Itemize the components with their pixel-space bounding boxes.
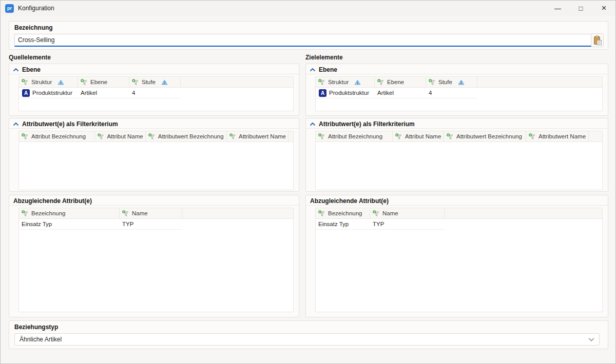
column-header-attribut-name[interactable]: Attribut Name: [393, 131, 444, 141]
filter-icon[interactable]: [229, 133, 236, 140]
filter-icon[interactable]: [377, 79, 384, 86]
column-label: Attributwert Name: [538, 133, 586, 139]
table-row[interactable]: Einsatz Typ TYP: [19, 219, 182, 230]
column-header-bezeichnung[interactable]: Bezeichnung: [316, 208, 370, 218]
filter-icon[interactable]: [148, 133, 156, 140]
table-header-row: Attribut Bezeichnung Attribut Name Attri…: [19, 131, 293, 142]
cell-stufe: 4: [429, 90, 432, 96]
source-match-header: Abzugleichende Attribut(e): [9, 195, 299, 206]
bezeichnung-input[interactable]: [14, 34, 592, 47]
source-match-section: Abzugleichende Attribut(e) Bezeichnung N…: [9, 195, 299, 317]
minimize-button[interactable]: —: [546, 1, 569, 16]
target-filter-section: Attributwert(e) als Filterkriterium Attr…: [305, 118, 608, 192]
beziehungstyp-label: Beziehungstyp: [14, 323, 58, 331]
column-header-attributwert-name[interactable]: Attributwert Name: [526, 131, 589, 141]
svg-text:1: 1: [357, 80, 359, 85]
column-header-attribut-bezeichnung[interactable]: Attribut Bezeichnung: [316, 131, 393, 141]
column-header-stufe[interactable]: Stufe 2: [129, 77, 181, 87]
column-header-filler: [182, 208, 293, 218]
target-match-section: Abzugleichende Attribut(e) Bezeichnung N…: [305, 195, 608, 317]
svg-text:2: 2: [163, 80, 166, 85]
target-ebene-table: Struktur 1 Ebene Stufe 2: [315, 76, 603, 111]
column-header-ebene[interactable]: Ebene: [375, 77, 426, 87]
table-header-row: Bezeichnung Name: [316, 208, 602, 219]
cell-bezeichnung: Einsatz Typ: [22, 221, 52, 227]
column-header-attributwert-bezeichnung[interactable]: Attributwert Bezeichnung: [146, 131, 227, 141]
chevron-down-icon[interactable]: [588, 337, 594, 342]
source-ebene-table: Struktur 1 Ebene Stufe 2: [18, 76, 294, 111]
table-row[interactable]: Einsatz Typ TYP: [316, 219, 445, 230]
collapse-icon[interactable]: [310, 122, 315, 126]
filter-icon[interactable]: [318, 210, 325, 217]
column-header-attributwert-bezeichnung[interactable]: Attributwert Bezeichnung: [444, 131, 526, 141]
source-panel: Quellelemente Ebene Struktur 1: [9, 54, 299, 317]
table-header-row: Bezeichnung Name: [19, 208, 293, 219]
column-label: Bezeichnung: [328, 210, 362, 216]
structure-type-icon: A: [22, 89, 30, 97]
cell-name: TYP: [122, 221, 133, 227]
column-label: Attribut Bezeichnung: [328, 133, 382, 139]
paste-button[interactable]: [591, 33, 604, 47]
window-controls: — □ ×: [546, 1, 615, 16]
source-filter-title: Attributwert(e) als Filterkriterium: [22, 120, 118, 128]
column-header-bezeichnung[interactable]: Bezeichnung: [19, 208, 120, 218]
filter-icon[interactable]: [395, 133, 402, 140]
source-filter-section: Attributwert(e) als Filterkriterium Attr…: [9, 118, 299, 192]
column-header-stufe[interactable]: Stufe 2: [426, 77, 477, 87]
column-header-attributwert-name[interactable]: Attributwert Name: [227, 131, 288, 141]
filter-icon[interactable]: [22, 79, 29, 86]
column-label: Ebene: [90, 79, 107, 85]
target-ebene-header[interactable]: Ebene: [306, 64, 608, 74]
table-header-row: Attribut Bezeichnung Attribut Name Attri…: [316, 131, 602, 142]
table-row[interactable]: A Produktstruktur Artikel 4: [19, 88, 181, 98]
structure-type-icon: A: [319, 89, 326, 97]
source-match-title: Abzugleichende Attribut(e): [13, 197, 92, 205]
column-label: Stufe: [438, 79, 452, 85]
maximize-button[interactable]: □: [569, 1, 592, 16]
collapse-icon[interactable]: [310, 68, 315, 72]
beziehungstyp-selected-value: Ähnliche Artikel: [20, 336, 62, 343]
filter-icon[interactable]: [318, 79, 325, 86]
filter-icon[interactable]: [98, 133, 104, 140]
beziehungstyp-select[interactable]: Ähnliche Artikel: [14, 333, 600, 346]
source-filter-header[interactable]: Attributwert(e) als Filterkriterium: [9, 118, 299, 129]
filter-icon[interactable]: [447, 133, 454, 140]
source-ebene-header[interactable]: Ebene: [9, 64, 299, 74]
filter-icon[interactable]: [529, 133, 536, 140]
source-panel-title: Quellelemente: [9, 54, 299, 64]
filter-icon[interactable]: [22, 133, 29, 140]
sort-order-icon: 2: [161, 79, 168, 85]
sort-order-icon: 2: [458, 79, 465, 85]
filter-icon[interactable]: [429, 79, 436, 86]
collapse-icon[interactable]: [13, 68, 18, 72]
target-filter-header[interactable]: Attributwert(e) als Filterkriterium: [306, 118, 608, 129]
target-filter-title: Attributwert(e) als Filterkriterium: [319, 120, 415, 128]
column-header-struktur[interactable]: Struktur 1: [19, 77, 78, 87]
target-match-header: Abzugleichende Attribut(e): [306, 195, 608, 206]
table-row[interactable]: A Produktstruktur Artikel 4: [316, 88, 477, 98]
filter-icon[interactable]: [318, 133, 325, 140]
filter-icon[interactable]: [373, 210, 380, 217]
cell-ebene: Artikel: [81, 90, 97, 96]
column-header-name[interactable]: Name: [370, 208, 445, 218]
column-header-filler: [477, 77, 602, 87]
bezeichnung-label: Bezeichnung: [14, 24, 53, 31]
column-label: Struktur: [31, 79, 52, 85]
column-label: Attributwert Name: [239, 133, 286, 139]
filter-icon[interactable]: [122, 210, 129, 217]
column-header-name[interactable]: Name: [120, 208, 182, 218]
title-bar[interactable]: pr Konfiguration — □ ×: [1, 1, 615, 16]
column-header-struktur[interactable]: Struktur 1: [316, 77, 375, 87]
close-button[interactable]: ×: [592, 1, 615, 16]
filter-icon[interactable]: [132, 79, 139, 86]
window-title: Konfiguration: [18, 5, 54, 12]
column-header-attribut-name[interactable]: Attribut Name: [95, 131, 146, 141]
clipboard-icon: [593, 35, 602, 46]
beziehungstyp-group: Beziehungstyp Ähnliche Artikel: [9, 320, 608, 349]
column-label: Attribut Name: [405, 133, 441, 139]
filter-icon[interactable]: [22, 210, 29, 217]
column-header-attribut-bezeichnung[interactable]: Attribut Bezeichnung: [19, 131, 95, 141]
filter-icon[interactable]: [81, 79, 88, 86]
column-header-ebene[interactable]: Ebene: [78, 77, 129, 87]
collapse-icon[interactable]: [13, 122, 18, 126]
